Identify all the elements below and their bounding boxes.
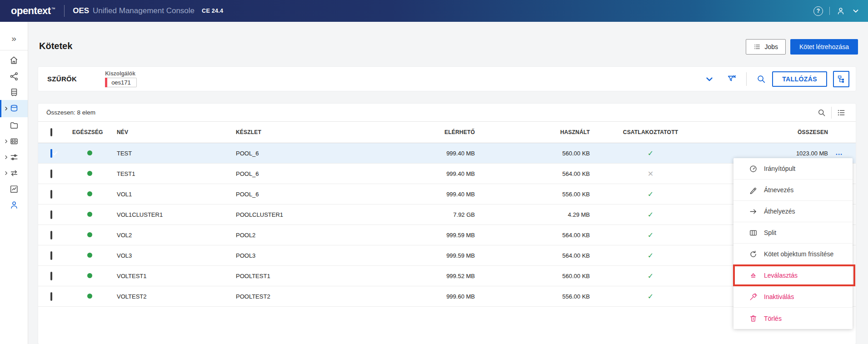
sidebar-item-network[interactable] (0, 68, 28, 84)
filter-bar: SZŰRŐK Kiszolgálók oes171 TALLÓZÁS (38, 67, 856, 91)
rename-icon (749, 186, 758, 194)
trademark: ™ (51, 7, 55, 11)
table-summary: Összesen: 8 elem (46, 109, 95, 116)
create-volume-label: Kötet létrehozása (799, 43, 849, 50)
available-value: 7.92 GB (361, 211, 475, 218)
row-checkbox[interactable] (50, 272, 52, 280)
header-right-divider (829, 7, 830, 15)
row-checkbox[interactable] (50, 231, 52, 239)
user-icon[interactable] (836, 6, 845, 15)
row-checkbox[interactable] (50, 292, 52, 301)
menu-item-deactivate[interactable]: Inaktiválás (733, 286, 853, 308)
pool-name: POOL_6 (236, 170, 361, 177)
row-checkbox[interactable] (50, 149, 52, 158)
top-header-bar: opentext™ OES Unified Management Console… (0, 0, 868, 22)
column-header-health: EGÉSZSÉG (72, 129, 117, 135)
available-value: 999.52 MB (361, 273, 475, 279)
servers-filter-field: Kiszolgálók oes171 (105, 70, 137, 87)
settings-sliders-icon (9, 152, 19, 162)
menu-item-rename[interactable]: Átnevezés (733, 179, 853, 201)
sidebar-item-volumes[interactable] (0, 100, 28, 117)
used-value: 564.00 KB (475, 252, 590, 259)
row-checkbox[interactable] (50, 210, 52, 219)
deactivate-icon (749, 293, 758, 301)
not-mounted-icon (648, 170, 653, 178)
search-icon[interactable] (756, 74, 766, 84)
sidebar-item-settings[interactable] (0, 149, 28, 165)
sidebar (0, 22, 28, 344)
chevron-right-icon (4, 155, 9, 160)
available-value: 999.59 MB (361, 252, 475, 259)
jobs-button-label: Jobs (764, 43, 778, 50)
sync-arrows-icon (9, 168, 19, 178)
volume-name: VOL2 (117, 232, 236, 239)
pool-name: POOL3 (236, 252, 361, 259)
column-header-used: HASZNÁLT (475, 129, 590, 135)
folder-icon (9, 120, 19, 130)
help-icon[interactable] (813, 6, 823, 16)
pool-name: POOLTEST1 (236, 273, 361, 279)
page-title: Kötetek (39, 41, 72, 51)
share-icon (9, 71, 19, 81)
server-icon (9, 87, 19, 97)
chevron-down-icon[interactable] (852, 7, 860, 15)
pool-name: POOLTEST2 (236, 293, 361, 300)
health-status-icon (87, 212, 92, 217)
tree-view-button[interactable] (833, 71, 849, 87)
sidebar-item-servers[interactable] (0, 84, 28, 100)
browse-button-label: TALLÓZÁS (782, 75, 817, 83)
row-actions-button[interactable] (828, 150, 851, 157)
menu-item-dismount[interactable]: Leválasztás (733, 265, 853, 286)
mounted-check-icon (648, 293, 653, 300)
column-header-total: ÖSSZESEN (711, 129, 828, 135)
row-checkbox[interactable] (50, 190, 52, 199)
menu-item-split[interactable]: Split (733, 222, 853, 244)
column-header-available: ELÉRHETŐ (361, 129, 475, 135)
available-value: 999.59 MB (361, 232, 475, 239)
used-value: 556.00 KB (475, 191, 590, 198)
mounted-check-icon (648, 272, 653, 280)
column-header-name: NÉV (117, 129, 236, 135)
menu-item-refresh-volume-object[interactable]: Kötet objektum frissítése (733, 244, 853, 265)
health-status-icon (87, 191, 92, 196)
split-icon (749, 229, 758, 237)
header-divider (64, 5, 65, 17)
volume-name: VOL1 (117, 191, 236, 198)
sidebar-item-users[interactable] (0, 197, 28, 213)
volume-name: TEST1 (117, 170, 236, 177)
sidebar-item-storage[interactable] (0, 133, 28, 149)
menu-item-label: Áthelyezés (764, 208, 795, 215)
sidebar-item-replication[interactable] (0, 165, 28, 181)
jobs-button[interactable]: Jobs (746, 39, 786, 55)
menu-item-label: Split (764, 229, 776, 236)
list-view-icon[interactable] (837, 108, 846, 117)
volume-name: VOL3 (117, 252, 236, 259)
table-header-row: EGÉSZSÉG NÉV KÉSZLET ELÉRHETŐ HASZNÁLT C… (38, 122, 856, 143)
pool-name: POOL_6 (236, 150, 361, 157)
browse-button[interactable]: TALLÓZÁS (772, 71, 827, 87)
health-status-icon (87, 232, 92, 237)
sidebar-item-monitoring[interactable] (0, 181, 28, 197)
row-checkbox[interactable] (50, 170, 52, 178)
sidebar-expand-icon[interactable] (0, 30, 28, 47)
select-all-checkbox[interactable] (50, 128, 52, 136)
product-version: CE 24.4 (202, 8, 223, 14)
menu-item-label: Átnevezés (764, 186, 793, 194)
menu-item-label: Inaktiválás (764, 293, 794, 300)
menu-item-delete[interactable]: Törlés (733, 308, 853, 329)
delete-icon (749, 314, 758, 323)
menu-item-dashboard[interactable]: Irányítópult (733, 158, 853, 179)
search-icon[interactable] (817, 108, 826, 117)
clear-filter-icon[interactable] (727, 74, 737, 84)
menu-item-move[interactable]: Áthelyezés (733, 201, 853, 222)
server-filter-chip[interactable]: oes171 (105, 78, 137, 87)
opentext-logo: opentext™ (11, 5, 55, 17)
product-name: OES (73, 6, 89, 15)
chevron-right-icon (4, 170, 9, 175)
chevron-down-icon[interactable] (704, 74, 714, 84)
sidebar-item-home[interactable] (0, 52, 28, 68)
row-checkbox[interactable] (50, 251, 52, 260)
sidebar-item-folders[interactable] (0, 117, 28, 133)
create-volume-button[interactable]: Kötet létrehozása (790, 39, 858, 55)
available-value: 999.40 MB (361, 191, 475, 198)
